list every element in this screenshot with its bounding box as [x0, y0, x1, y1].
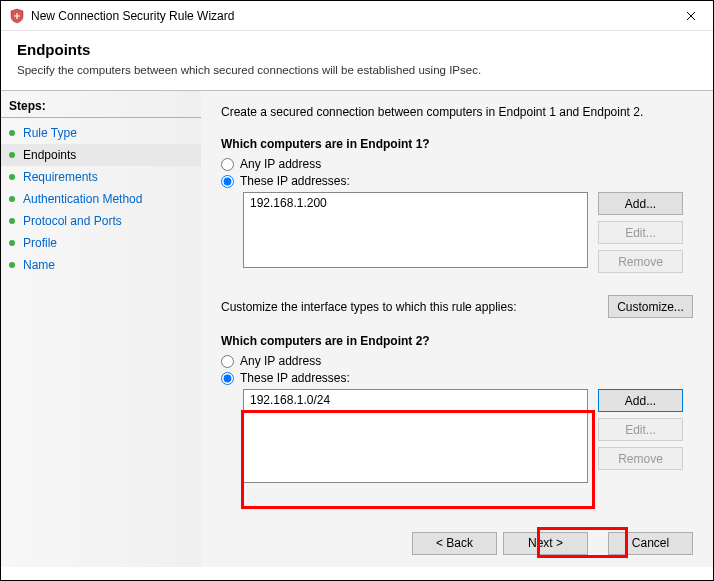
ep1-ip-list[interactable]: 192.168.1.200	[243, 192, 588, 268]
step-label: Rule Type	[23, 126, 77, 140]
customize-row: Customize the interface types to which t…	[221, 295, 693, 318]
ep2-any-label: Any IP address	[240, 354, 321, 368]
customize-button[interactable]: Customize...	[608, 295, 693, 318]
window-title: New Connection Security Rule Wizard	[31, 9, 668, 23]
ep1-ip-item[interactable]: 192.168.1.200	[250, 196, 581, 210]
ep1-question: Which computers are in Endpoint 1?	[221, 137, 693, 151]
step-rule-type[interactable]: Rule Type	[1, 122, 201, 144]
ep2-button-col: Add... Edit... Remove	[598, 389, 683, 476]
bullet-icon	[9, 196, 15, 202]
intro-text: Create a secured connection between comp…	[221, 105, 693, 119]
ep2-ip-item[interactable]: 192.168.1.0/24	[250, 393, 581, 407]
bullet-icon	[9, 218, 15, 224]
bullet-icon	[9, 130, 15, 136]
step-label: Endpoints	[23, 148, 76, 162]
bullet-icon	[9, 262, 15, 268]
bullet-icon	[9, 240, 15, 246]
bullet-icon	[9, 152, 15, 158]
step-name[interactable]: Name	[1, 254, 201, 276]
ep1-edit-button: Edit...	[598, 221, 683, 244]
ep1-these-radio[interactable]: These IP addresses:	[221, 174, 693, 188]
ep1-button-col: Add... Edit... Remove	[598, 192, 683, 279]
ep2-any-input[interactable]	[221, 355, 234, 368]
ep2-remove-button: Remove	[598, 447, 683, 470]
customize-text: Customize the interface types to which t…	[221, 300, 608, 314]
ep2-ip-row: 192.168.1.0/24 Add... Edit... Remove	[221, 389, 693, 483]
page-header: Endpoints Specify the computers between …	[1, 31, 713, 90]
body: Steps: Rule TypeEndpointsRequirementsAut…	[1, 90, 713, 567]
next-button[interactable]: Next >	[503, 532, 588, 555]
back-button[interactable]: < Back	[412, 532, 497, 555]
ep1-add-button[interactable]: Add...	[598, 192, 683, 215]
app-icon	[9, 8, 25, 24]
step-label: Profile	[23, 236, 57, 250]
ep1-remove-button: Remove	[598, 250, 683, 273]
ep1-any-label: Any IP address	[240, 157, 321, 171]
ep2-these-input[interactable]	[221, 372, 234, 385]
page-subtitle: Specify the computers between which secu…	[17, 64, 697, 76]
close-button[interactable]	[668, 1, 713, 31]
ep2-any-radio[interactable]: Any IP address	[221, 354, 693, 368]
ep2-these-radio[interactable]: These IP addresses:	[221, 371, 693, 385]
step-endpoints[interactable]: Endpoints	[1, 144, 201, 166]
ep2-question: Which computers are in Endpoint 2?	[221, 334, 693, 348]
ep1-these-input[interactable]	[221, 175, 234, 188]
titlebar: New Connection Security Rule Wizard	[1, 1, 713, 31]
step-requirements[interactable]: Requirements	[1, 166, 201, 188]
content-area: Create a secured connection between comp…	[201, 91, 713, 567]
step-authentication-method[interactable]: Authentication Method	[1, 188, 201, 210]
cancel-button[interactable]: Cancel	[608, 532, 693, 555]
steps-title: Steps:	[1, 97, 201, 118]
ep2-edit-button: Edit...	[598, 418, 683, 441]
ep1-any-input[interactable]	[221, 158, 234, 171]
ep2-these-label: These IP addresses:	[240, 371, 350, 385]
bullet-icon	[9, 174, 15, 180]
page-title: Endpoints	[17, 41, 697, 58]
ep1-these-label: These IP addresses:	[240, 174, 350, 188]
wizard-window: New Connection Security Rule Wizard Endp…	[0, 0, 714, 581]
steps-sidebar: Steps: Rule TypeEndpointsRequirementsAut…	[1, 91, 201, 567]
step-protocol-and-ports[interactable]: Protocol and Ports	[1, 210, 201, 232]
step-label: Protocol and Ports	[23, 214, 122, 228]
ep1-ip-row: 192.168.1.200 Add... Edit... Remove	[221, 192, 693, 279]
step-profile[interactable]: Profile	[1, 232, 201, 254]
wizard-footer: < Back Next > Cancel	[201, 519, 713, 567]
ep2-ip-list[interactable]: 192.168.1.0/24	[243, 389, 588, 483]
step-label: Authentication Method	[23, 192, 142, 206]
ep1-any-radio[interactable]: Any IP address	[221, 157, 693, 171]
ep2-add-button[interactable]: Add...	[598, 389, 683, 412]
step-label: Name	[23, 258, 55, 272]
step-label: Requirements	[23, 170, 98, 184]
